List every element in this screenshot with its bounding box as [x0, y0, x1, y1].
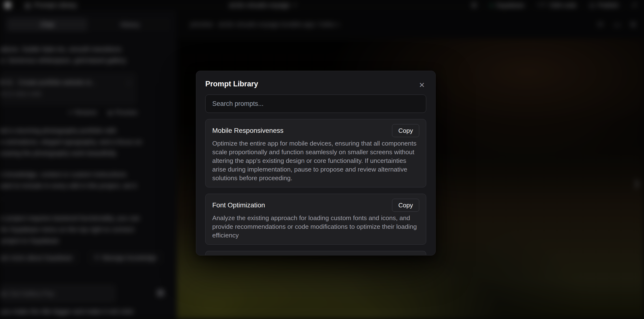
modal-title: Prompt Library: [205, 80, 426, 88]
prompt-title: Font Optimization: [212, 201, 265, 209]
prompt-library-modal: Prompt Library ✕ Mobile Responsiveness C…: [196, 71, 436, 256]
app-window: ▤ Prompt Library arctic-visuals-voyage ▾…: [0, 0, 644, 319]
prompt-title: Mobile Responsiveness: [212, 127, 284, 134]
prompt-list: Mobile Responsiveness Copy Optimize the …: [205, 119, 426, 255]
copy-button[interactable]: Copy: [392, 199, 419, 212]
prompt-card-partial: [205, 251, 426, 255]
search-input[interactable]: [205, 94, 426, 113]
close-icon[interactable]: ✕: [416, 80, 427, 90]
prompt-description: Analyze the existing approach for loadin…: [212, 214, 419, 240]
prompt-card-font-optimization: Font Optimization Copy Analyze the exist…: [205, 194, 426, 245]
prompt-card-mobile-responsiveness: Mobile Responsiveness Copy Optimize the …: [205, 119, 426, 188]
prompt-description: Optimize the entire app for mobile devic…: [212, 139, 419, 182]
copy-button[interactable]: Copy: [392, 124, 419, 137]
